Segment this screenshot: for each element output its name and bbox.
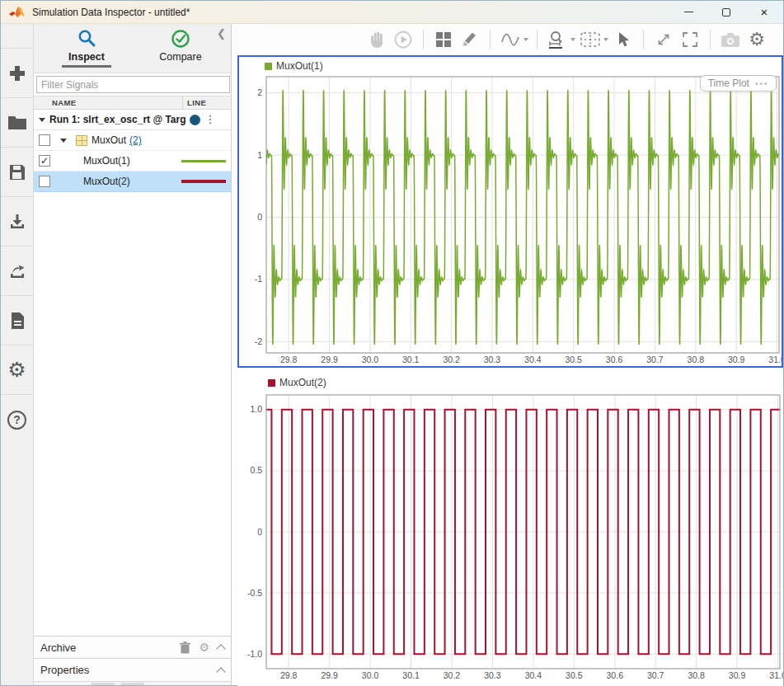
archive-settings-icon[interactable]: ⚙ [199,641,209,653]
signal-row-muxout2[interactable]: MuxOut(2) [34,172,231,192]
grid-layout-icon [435,31,452,48]
svg-text:30.0: 30.0 [362,355,379,364]
svg-text:29.9: 29.9 [321,670,338,680]
svg-text:30.0: 30.0 [362,670,379,680]
svg-text:30.6: 30.6 [606,355,623,364]
toolbar-stub [1,24,33,49]
maximize-icon [722,8,730,16]
zoom-in-time-caret-icon[interactable] [570,38,575,41]
svg-text:30.1: 30.1 [402,355,420,364]
zoom-in-time-button[interactable] [547,29,568,50]
signal-display-button[interactable] [500,29,521,50]
expand-button[interactable] [653,29,674,50]
export-button[interactable] [1,247,33,296]
plus-icon [8,64,26,82]
signal-row-muxout1[interactable]: ✓ MuxOut(1) [34,151,231,172]
fit-to-view-button[interactable] [580,29,601,50]
help-button[interactable]: ? [1,395,33,444]
svg-text:30.8: 30.8 [688,670,705,680]
svg-text:-2: -2 [255,336,262,346]
subplot-muxout2[interactable]: MuxOut(2) 29.829.930.030.130.230.330.430… [237,372,783,686]
run-label: Run 1: slrt_ex_osc_rt @ Targ [49,114,186,125]
minimize-button[interactable] [669,1,707,23]
run-status-dot [190,115,200,125]
time-plot-canvas-1[interactable]: 29.829.930.030.130.230.330.430.530.630.7… [239,57,782,366]
svg-text:1: 1 [257,150,262,160]
filter-signals-input[interactable] [36,76,230,93]
filter-row [34,73,231,96]
signal-group-row[interactable]: MuxOut (2) [34,130,231,151]
gear-icon: ⚙ [7,359,26,380]
snapshot-button[interactable] [720,29,741,50]
group-checkbox[interactable] [39,134,50,146]
signal-line-swatch-1 [181,160,226,162]
tab-compare-label: Compare [159,51,201,66]
minimize-icon [684,12,693,12]
layout-button[interactable] [433,29,454,50]
create-report-button[interactable] [1,296,33,345]
svg-text:0: 0 [257,212,262,222]
group-count-link[interactable]: (2) [129,134,142,146]
group-expand-icon[interactable] [60,139,67,143]
cursor-arrow-icon [617,31,630,48]
properties-bar[interactable]: Properties [34,658,231,681]
panel-empty-area [34,192,231,636]
fullscreen-button[interactable] [679,29,701,50]
run-menu-icon[interactable]: ⋮ [205,116,216,123]
pan-button[interactable] [366,29,387,50]
tab-inspect[interactable]: Inspect [45,24,128,73]
properties-collapse-icon[interactable] [216,667,225,676]
open-button[interactable] [1,98,33,148]
fullscreen-brackets-icon [682,31,698,48]
matlab-logo-icon [9,6,26,19]
time-plot-badge[interactable]: Time Plot ••• [700,75,777,92]
mux-icon [76,135,87,146]
visualization-settings-button[interactable]: ⚙ [746,29,768,50]
camera-icon [721,32,740,48]
export-icon [8,262,26,280]
close-button[interactable]: × [745,1,783,23]
subplot-muxout1[interactable]: MuxOut(1) Time Plot ••• 29.829.930.030.1… [237,55,783,368]
archive-collapse-icon[interactable] [216,644,225,653]
fit-to-view-caret-icon[interactable] [603,38,608,41]
svg-text:29.8: 29.8 [280,670,298,680]
run-row[interactable]: Run 1: slrt_ex_osc_rt @ Targ ⋮ [34,110,231,130]
expand-arrows-icon [655,31,672,48]
archive-bar[interactable]: Archive ⚙ [34,636,231,658]
svg-text:30.2: 30.2 [443,355,460,364]
inspect-magnifier-icon [77,29,96,49]
tab-inspect-label: Inspect [62,51,111,68]
help-icon: ? [7,411,26,430]
import-icon [8,213,26,231]
collapse-panel-button[interactable]: ❮ [217,27,226,40]
replay-button[interactable] [392,29,414,50]
svg-text:30.6: 30.6 [607,670,624,680]
group-label: MuxOut [92,134,126,146]
signal-checkbox-2[interactable] [39,176,50,187]
trash-icon[interactable] [180,641,190,654]
preferences-button[interactable]: ⚙ [1,345,33,395]
svg-text:30.3: 30.3 [484,355,501,364]
clear-plots-button[interactable] [459,29,481,50]
document-icon [10,312,25,330]
signal-checkbox-1[interactable]: ✓ [39,155,50,167]
panel-tabbar: Inspect Compare ❮ [34,24,231,73]
settings-gear-icon: ⚙ [749,31,765,49]
svg-text:-0.5: -0.5 [247,588,262,598]
svg-text:30.9: 30.9 [728,355,745,364]
time-plot-canvas-2[interactable]: 29.829.930.030.130.230.330.430.530.630.7… [237,372,783,686]
time-plot-badge-label: Time Plot [708,78,749,89]
import-button[interactable] [1,197,33,247]
svg-text:-1: -1 [255,274,262,284]
run-expand-icon[interactable] [39,118,45,122]
badge-menu-dots-icon[interactable]: ••• [755,78,768,88]
pointer-button[interactable] [613,29,634,50]
tab-compare[interactable]: Compare [139,24,222,73]
signal-display-caret-icon[interactable] [523,38,528,41]
window-title: Simulation Data Inspector - untitled* [32,7,190,18]
save-button[interactable] [1,148,33,197]
svg-text:29.8: 29.8 [280,355,298,364]
add-run-button[interactable] [1,49,33,98]
properties-label: Properties [40,664,89,676]
maximize-button[interactable] [707,1,745,23]
